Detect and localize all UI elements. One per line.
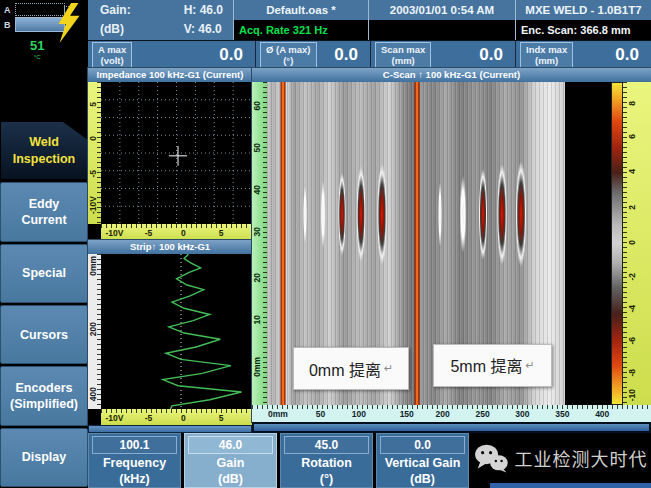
encoder-scan-readout: Enc. Scan: 366.8 mm [516,20,651,40]
ruler-tick-label: 100 [352,410,366,419]
ruler-tick-label: 40 [253,185,262,194]
header-readings: A max(volt)0.0Ø (A max)(°)0.0Scan max(mm… [88,40,651,69]
param-gain[interactable]: 46.0Gain(dB) [184,433,277,488]
impedance-bottom-ruler: -10V-505 [101,224,252,240]
reading-phase-a-max: Ø (A max)(°)0.0 [255,41,370,69]
cscan-left-ruler: 6050403020100mm [252,82,267,405]
datetime: 2003/01/01 0:54 AM [369,0,515,20]
reading-a-max: A max(volt)0.0 [88,41,255,69]
ruler-tick-label: 60 [253,101,262,110]
strip-bottom-ruler: -10V-505 [101,409,252,425]
indication-blob [459,163,468,266]
ruler-tick-label: 5 [219,414,224,423]
ruler-tick-label: -8 [628,369,637,377]
strip-plot[interactable] [101,254,252,409]
date-cell: 2003/01/01 0:54 AM [368,0,515,40]
ruler-tick-label: 400 [89,387,98,401]
impedance-title: Impedance 100 kHz-G1 (Current) [88,68,252,82]
app-version: MXE WELD - 1.0B1T7 [516,0,651,20]
sidebar-item-encoders[interactable]: Encoders (Simplified) [0,366,88,425]
param-value: 100.1 [92,436,177,454]
temperature-readout: 51 °C [30,37,44,60]
indication-blob [437,171,442,258]
cscan-scrollbar-thumb[interactable] [254,424,649,431]
impedance-plot[interactable] [101,82,252,224]
sidebar-item-display[interactable]: Display [0,428,88,487]
ruler-tick-label: -5 [145,229,153,238]
ruler-tick-label: 0 [181,414,186,423]
alarm-line-1 [281,82,286,405]
date-cell-strip [369,20,515,40]
indication-blob [478,156,489,272]
ruler-tick-label: 0mm [268,410,288,419]
indication-blob [514,147,528,283]
param-vertical-gain[interactable]: 0.0Vertical Gain(dB) [376,433,469,488]
strip-title: Strip↑ 100 kHz-G1 [88,240,252,254]
param-frequency[interactable]: 100.1Frequency(kHz) [88,433,181,488]
cscan-scrollbar[interactable] [252,422,651,433]
ruler-tick-label: 6 [628,134,637,139]
ruler-tick-label: -10 [628,389,637,401]
ruler-tick-label: 350 [555,410,569,419]
ruler-tick-label: -10V [106,229,124,238]
sidebar-item-cursors[interactable]: Cursors [0,305,88,364]
ruler-tick-label: 8 [628,101,637,106]
battery-a-label: A [4,5,12,15]
ruler-tick-label: 400 [595,410,609,419]
ruler-tick-label: 0 [181,229,186,238]
strip-left-ruler: 0mm200400 [88,254,101,409]
ruler-tick-label: 5 [219,229,224,238]
ac-power-icon [58,3,80,43]
strip-panel: Strip↑ 100 kHz-G1 0mm200400 -10V-505 [88,240,252,425]
indication-blob [320,169,326,259]
ruler-tick-label: -6 [628,337,637,345]
reading-label: Indx max(mm) [520,42,573,68]
reading-value: 0.0 [573,45,651,65]
cscan-panel: C-Scan ↑ 100 kHz-G1 (Current) 6050403020… [252,68,651,422]
param-unit: (dB) [377,471,468,487]
ruler-tick-label: 10 [253,315,262,324]
indication-blob [496,150,509,279]
impedance-panel: Impedance 100 kHz-G1 (Current) 50-5-10V … [88,68,252,240]
ruler-tick-label: 5 [89,102,98,107]
gain-unit: (dB) [100,21,131,38]
sidebar-item-weld-inspection[interactable]: Weld Inspection [0,121,88,180]
param-label: Gain [185,455,276,471]
param-value: 0.0 [380,436,465,454]
strip-scrollbar[interactable] [88,425,252,433]
reading-value: 0.0 [132,45,255,65]
header-bar: Gain: (dB) H: 46.0 V: 46.0 Default.oas *… [88,0,651,68]
cscan-right-ruler: 86420-2-4-6-8-10 [623,82,651,405]
indication-blob [355,153,367,276]
sidebar-item-eddy-current[interactable]: Eddy Current [0,182,88,241]
ruler-tick-label: -5 [89,170,98,178]
impedance-left-ruler: 50-5-10V [88,82,101,224]
file-name[interactable]: Default.oas * [234,0,368,20]
param-label: Rotation [281,455,372,471]
gain-h-value: H: 46.0 [184,2,223,19]
strip-scrollbar-thumb[interactable] [89,426,251,432]
sidebar-item-special[interactable]: Special [0,244,88,303]
cscan-image[interactable]: 0mm 提离↵5mm 提离↵ [267,82,565,405]
indication-blob [376,150,389,279]
ruler-tick-label: 2 [628,205,637,210]
gain-readout: Gain: (dB) H: 46.0 V: 46.0 [88,0,233,40]
ruler-tick-label: 250 [475,410,489,419]
battery-b-row: B [4,17,65,32]
reading-indx-max: Indx max(mm)0.0 [515,41,651,69]
file-cell: Default.oas * Acq. Rate 321 Hz [233,0,368,40]
ruler-tick-label: -10V [106,414,124,423]
ruler-tick-label: -5 [145,414,153,423]
battery-a-row: A [4,3,65,16]
wechat-icon [473,443,509,473]
reading-value: 0.0 [431,45,515,65]
ruler-tick-label: 150 [400,410,414,419]
sidebar-buttons: Weld InspectionEddy CurrentSpecialCursor… [0,120,88,488]
cscan-bottom-ruler: 0mm50100150200250300350400 [252,405,651,422]
ruler-tick-label: -2 [628,273,637,281]
ruler-tick-label: 300 [515,410,529,419]
param-label: Frequency [89,455,180,471]
param-value: 46.0 [188,436,273,454]
header-row-1: Gain: (dB) H: 46.0 V: 46.0 Default.oas *… [88,0,651,40]
param-rotation[interactable]: 45.0Rotation(°) [280,433,373,488]
